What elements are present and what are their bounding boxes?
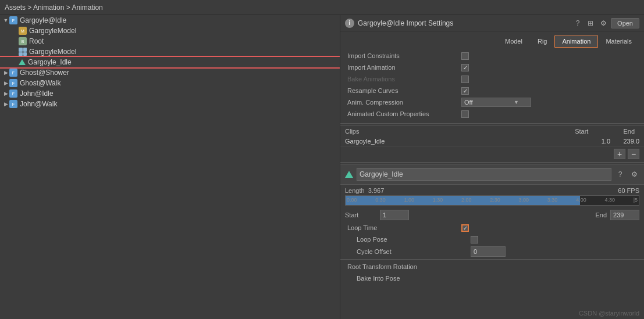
tree-label-ghost-shower: Ghost@Shower	[20, 69, 69, 77]
tree-item-gargoyle-idle-root[interactable]: ▼FGargoyle@Idle	[0, 15, 340, 26]
prop-label-resample-curves: Resample Curves	[345, 87, 461, 94]
tree-label-gargoyle-model2: GargoyleModel	[29, 48, 76, 56]
layout-button[interactable]: ⊞	[585, 18, 596, 28]
loop-pose-checkbox[interactable]	[471, 236, 478, 243]
cycle-offset-value	[471, 246, 639, 257]
end-input[interactable]	[610, 210, 639, 220]
clips-actions: + −	[340, 147, 644, 161]
tree-label-gargoyle-idle-root: Gargoyle@Idle	[20, 16, 66, 24]
remove-clip-button[interactable]: −	[628, 149, 639, 159]
inspector-title-row: i Gargoyle@Idle Import Settings	[345, 19, 453, 28]
tree-item-gargoyle-idle-clip[interactable]: Gargoyle_Idle	[0, 57, 340, 67]
loop-time-row: Loop Time	[340, 222, 644, 234]
prop-value-import-constraints	[461, 52, 639, 60]
prop-label-import-animation: Import Animation	[345, 64, 461, 71]
tree-arrow-john-idle[interactable]: ▶	[2, 91, 9, 96]
settings-button[interactable]: ⚙	[598, 18, 609, 28]
timeline-info: Length 3.967 60 FPS	[345, 187, 639, 194]
tree-item-ghost-shower[interactable]: ▶FGhost@Shower	[0, 67, 340, 78]
tree-item-ghost-walk[interactable]: ▶FGhost@Walk	[0, 78, 340, 88]
prop-row-bake-animations: Bake Animations	[345, 73, 639, 85]
prop-value-bake-animations	[461, 76, 639, 83]
tree-arrow-gargoyle-idle-root[interactable]: ▼	[2, 17, 9, 23]
dropdown-anim.-compression[interactable]: Off▼	[461, 98, 531, 107]
tree-arrow-ghost-walk[interactable]: ▶	[2, 80, 9, 86]
bone-icon-root: B	[19, 37, 27, 45]
inspector-icon: i	[345, 19, 354, 28]
inspector-title: Gargoyle@Idle Import Settings	[358, 19, 453, 27]
help-button[interactable]: ?	[572, 18, 583, 28]
clips-end-col: End	[623, 128, 635, 135]
loop-pose-value	[471, 236, 639, 243]
checkbox-resample-curves[interactable]	[461, 87, 469, 95]
breadcrumb: Assets > Animation > Animation	[0, 0, 644, 15]
tree-label-ghost-walk: Ghost@Walk	[20, 79, 61, 87]
tree-item-john-idle[interactable]: ▶FJohn@Idle	[0, 88, 340, 99]
loop-pose-row: Loop Pose	[340, 234, 644, 245]
tree-item-gargoyle-model[interactable]: MGargoyleModel	[0, 26, 340, 36]
tree-item-root[interactable]: BRoot	[0, 36, 340, 46]
clips-header: Clips Start End	[340, 125, 644, 136]
tree-item-gargoyle-model2[interactable]: GargoyleModel	[0, 46, 340, 57]
clip-end: 239.0	[610, 138, 639, 145]
cycle-offset-row: Cycle Offset	[340, 245, 644, 258]
inspector-actions: ? ⊞ ⚙ Open	[572, 18, 639, 28]
tree-label-root: Root	[29, 37, 44, 45]
cycle-offset-label: Cycle Offset	[354, 248, 471, 255]
checkbox-import-animation[interactable]	[461, 64, 469, 71]
inspector-header: i Gargoyle@Idle Import Settings ? ⊞ ⚙ Op…	[340, 15, 644, 31]
prop-row-import-animation: Import Animation	[345, 62, 639, 73]
grid-icon-gargoyle-model2	[19, 48, 27, 56]
prop-value-import-animation	[461, 64, 639, 71]
loop-pose-label: Loop Pose	[354, 236, 471, 243]
loop-time-value	[461, 224, 639, 232]
prop-value-animated-custom-properties	[461, 110, 639, 118]
cycle-offset-input[interactable]	[471, 246, 506, 257]
clips-start-col: Start	[575, 128, 588, 135]
fps-value: 60 FPS	[618, 187, 639, 194]
add-clip-button[interactable]: +	[614, 149, 625, 159]
anim-clip-gear-button[interactable]: ⚙	[629, 169, 639, 180]
bake-into-pose-row: Bake Into Pose	[340, 273, 644, 284]
clip-name: Gargoyle_Idle	[345, 138, 581, 145]
anim-clip-help-button[interactable]: ?	[615, 169, 625, 180]
tab-animation[interactable]: Animation	[554, 35, 598, 48]
prop-label-import-constraints: Import Constraints	[345, 52, 461, 59]
prop-label-animated-custom-properties: Animated Custom Properties	[345, 110, 461, 117]
checkbox-import-constraints[interactable]	[461, 52, 469, 60]
checkbox-bake-animations	[461, 76, 469, 83]
timeline-bar[interactable]: 0:00 0:30 1:00 1:30 2:00 2:30 3:00 3:30 …	[345, 195, 639, 206]
clip-row[interactable]: Gargoyle_Idle1.0239.0	[340, 136, 644, 147]
prop-row-import-constraints: Import Constraints	[345, 50, 639, 62]
checkbox-animated-custom-properties[interactable]	[461, 110, 469, 118]
tree-label-john-walk: John@Walk	[20, 100, 57, 108]
root-transform-rotation-label: Root Transform Rotation	[345, 263, 461, 270]
clips-label: Clips	[345, 128, 359, 135]
tree-item-john-walk[interactable]: ▶FJohn@Walk	[0, 99, 340, 109]
anim-clip-name-input[interactable]	[357, 168, 611, 181]
anim-clip-triangle-icon	[345, 171, 353, 178]
inspector-panel: i Gargoyle@Idle Import Settings ? ⊞ ⚙ Op…	[340, 15, 644, 319]
loop-time-checkbox[interactable]	[461, 224, 469, 232]
fbx-icon-john-walk: F	[9, 100, 17, 108]
mesh-icon-gargoyle-model: M	[19, 27, 27, 35]
properties-section: Import ConstraintsImport AnimationBake A…	[340, 48, 644, 122]
length-label: Length 3.967	[345, 187, 384, 194]
clip-start: 1.0	[581, 138, 610, 145]
breadcrumb-text: Assets > Animation > Animation	[5, 3, 103, 12]
tab-model[interactable]: Model	[497, 35, 530, 48]
open-button[interactable]: Open	[611, 18, 639, 28]
prop-row-animated-custom-properties: Animated Custom Properties	[345, 108, 639, 120]
fbx-icon-ghost-shower: F	[9, 69, 17, 77]
start-input[interactable]	[380, 210, 409, 220]
timeline-labels: 0:00 0:30 1:00 1:30 2:00 2:30 3:00 3:30 …	[346, 197, 639, 203]
tree-arrow-john-walk[interactable]: ▶	[2, 101, 9, 107]
tab-rig[interactable]: Rig	[530, 35, 555, 48]
project-tree-panel: ▼FGargoyle@IdleMGargoyleModelBRootGargoy…	[0, 15, 340, 319]
tab-materials[interactable]: Materials	[598, 35, 639, 48]
root-transform-rotation-row: Root Transform Rotation	[340, 261, 644, 273]
tree-label-gargoyle-model: GargoyleModel	[29, 27, 76, 35]
fbx-icon-john-idle: F	[9, 89, 17, 98]
prop-label-bake-animations: Bake Animations	[345, 76, 461, 83]
tree-arrow-ghost-shower[interactable]: ▶	[2, 70, 9, 76]
